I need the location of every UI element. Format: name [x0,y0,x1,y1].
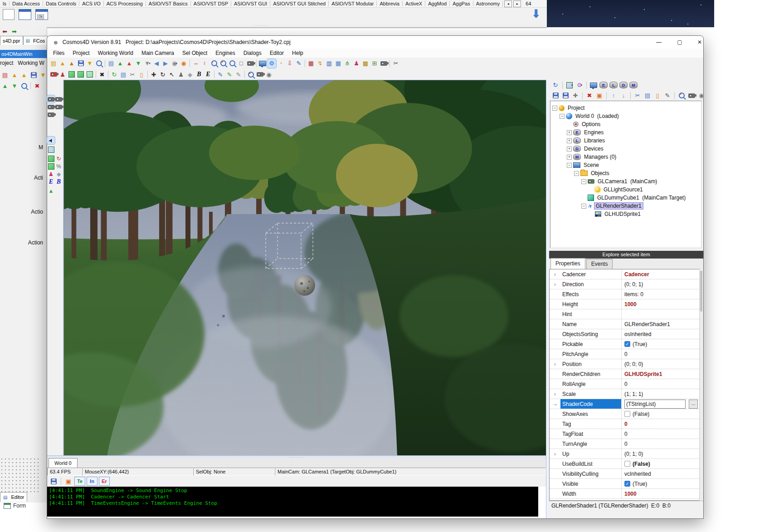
property-name[interactable]: VisibilityCulling [560,469,621,478]
paste-object-icon[interactable]: ▯ [137,70,146,79]
capture-tool-icon[interactable] [379,59,388,68]
property-row-cadencer[interactable]: ›CadencerCadencer [550,269,699,279]
property-name[interactable]: Height [560,299,621,309]
menu-project[interactable]: Project [68,50,93,56]
project-save-icon[interactable] [76,59,85,68]
bg-tool-10-icon[interactable]: ✖ [33,81,42,90]
world-unload-icon[interactable]: ▼▾ [143,59,152,68]
menu-engines[interactable]: Engines [211,50,239,56]
shadercode-editor-field[interactable]: (TStringList) [624,400,686,409]
world-disc-icon[interactable]: ◉▾ [170,59,179,68]
copy-node-icon[interactable]: ▤ [643,91,652,100]
scene-monitor-icon[interactable] [589,81,598,90]
save-object-file-icon[interactable] [561,91,570,100]
property-value[interactable]: 0 [621,349,699,359]
find-object-icon[interactable] [85,70,94,79]
window-component-icon[interactable] [19,9,31,20]
tree-row-devices[interactable]: +DDevices [550,145,701,153]
walk-tool-icon[interactable]: ♟ [176,70,185,79]
clear-log-icon[interactable]: ▣ [64,477,73,486]
property-value[interactable]: 1000 [621,489,699,498]
property-value[interactable]: (False) [621,459,699,469]
tree-label[interactable]: GLLightSource1 [602,186,644,193]
property-grid[interactable]: ›CadencerCadencer›Direction(0; 0; 1)Effe… [549,269,700,501]
property-name[interactable]: ObjectsSorting [560,329,621,339]
move-node-up-icon[interactable]: ↑ [609,91,618,100]
log-filter-in-button[interactable]: In [87,477,97,486]
forward-arrow-icon[interactable]: ➡ [12,28,17,35]
refresh-world-icon[interactable]: ↻ [551,81,560,90]
bg-tool-4-icon[interactable] [29,70,38,79]
property-row-turnangle[interactable]: TurnAngle0 [550,439,699,449]
palette-scroll-right-icon[interactable]: ▸ [513,0,521,7]
project-new-icon[interactable]: ▤ [49,59,58,68]
cam-fly-icon[interactable] [47,111,55,118]
tree-label[interactable]: Libraries [583,137,606,144]
scale-tool-icon[interactable]: % [55,162,63,170]
tree-expander-icon[interactable]: − [581,179,586,184]
rename-node-icon[interactable]: ✎ [663,91,672,100]
duplicate-tool-icon[interactable] [47,146,55,153]
maximize-button[interactable]: ▢ [671,36,689,48]
paint-add-icon[interactable] [47,155,55,162]
property-value[interactable]: (0; 1; 0) [621,449,699,459]
select-tool-icon[interactable]: ➤ [47,137,55,144]
property-row-hint[interactable]: Hint [550,309,699,319]
menu-files[interactable]: Files [49,50,68,56]
devices-view-icon[interactable]: D [619,81,628,90]
delete-node-icon[interactable]: ✖ [585,91,594,100]
display-settings-icon[interactable] [258,59,267,68]
tree-row-libraries[interactable]: +LLibraries [550,137,701,145]
tree-expander-icon[interactable]: − [581,204,586,209]
branch-tool-icon[interactable]: ⋔ [343,59,352,68]
world-reload-icon[interactable]: ▲ [125,59,134,68]
pose-actor-icon[interactable]: ♟ [47,170,55,178]
palette-tab-aggpas[interactable]: AggPas [450,1,473,6]
property-row-showaxes[interactable]: ShowAxes(False) [550,409,699,419]
property-name[interactable]: Width [560,489,621,498]
bg-tool-9-icon[interactable] [19,81,29,90]
cone-add-icon[interactable]: ▲ [47,187,55,195]
property-value[interactable]: 0 [621,429,699,439]
tab-editor[interactable]: ▤Editor [0,492,27,502]
move-node-down-icon[interactable]: ↓ [619,91,628,100]
reset-rotation-icon[interactable]: ↻ [55,155,63,162]
tree-row-scene[interactable]: −Scene [550,161,701,169]
property-name[interactable]: Effects [560,289,621,299]
property-name[interactable]: Up [560,449,621,459]
property-expander-icon[interactable]: › [550,281,560,288]
tab-world-0[interactable]: World 0 [49,458,78,468]
tree-label[interactable]: Options [580,121,602,127]
engines-view-icon[interactable]: E [599,81,608,90]
palette-down-arrow-icon[interactable]: ⬇ [531,7,540,20]
prism-tool-icon[interactable]: ◆ [185,70,195,79]
select-region-icon[interactable]: □ [237,59,246,68]
fit-height-icon[interactable]: ⇔ [200,59,209,68]
draw-pen-2-icon[interactable]: ✎ [225,70,234,79]
palette-tab-abbrevia[interactable]: Abbrevia [377,1,402,6]
add-actor-icon[interactable]: ♟ [58,70,67,79]
property-name[interactable]: TurnAngle [560,439,621,449]
checkbox-unchecked-icon[interactable] [624,461,630,467]
property-name[interactable]: Hint [560,309,621,319]
property-name[interactable]: TagFloat [560,429,621,439]
draw-pen-1-icon[interactable]: ✎ [216,70,225,79]
property-name[interactable]: Visible [560,479,621,488]
load-object-file-icon[interactable] [551,91,560,100]
bg-tool-7-icon[interactable]: ▲ [0,81,10,90]
property-name[interactable]: Direction [560,279,621,289]
property-row-name[interactable]: NameGLRenderShader1 [550,319,699,329]
property-name[interactable]: UseBuildList [560,459,621,469]
property-value[interactable]: ✓(True) [621,479,699,488]
paint-remove-icon[interactable] [47,162,55,170]
tree-expander-icon[interactable]: − [567,163,572,168]
add-behaviour-icon[interactable]: ⚙▾ [575,81,584,90]
property-row-objectssorting[interactable]: ObjectsSortingosInherited [550,329,699,339]
tree-label[interactable]: GLDummyCube1 (MainCam Target) [596,195,687,201]
project-reopen-icon[interactable]: ▲ [67,59,76,68]
world-prev-icon[interactable]: ◀ [152,59,161,68]
tree-expander-icon[interactable]: − [552,106,557,111]
property-name[interactable]: ShaderCode [560,399,621,409]
property-row-rollangle[interactable]: RollAngle0 [550,379,699,389]
inspect-node-icon[interactable]: + [677,91,686,100]
